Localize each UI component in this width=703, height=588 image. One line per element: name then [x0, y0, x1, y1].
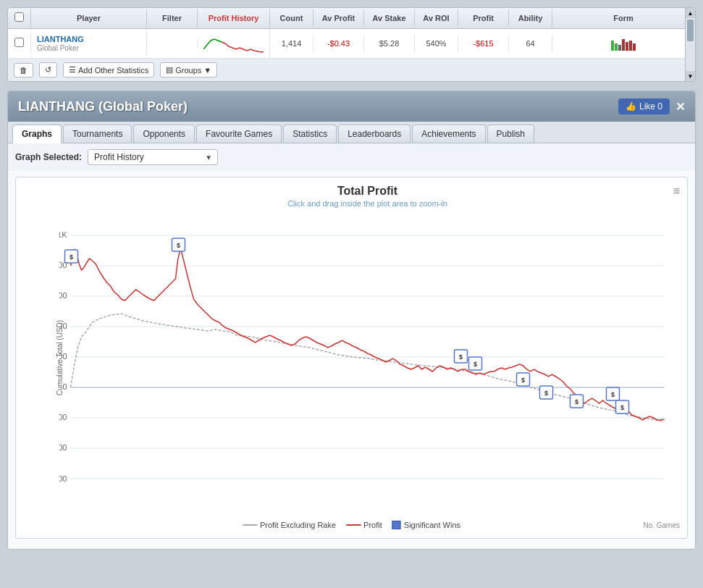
table-scrollbar[interactable]: ▲ ▼	[685, 8, 695, 81]
av-roi-cell: 540%	[415, 35, 458, 52]
sparkline	[203, 33, 264, 54]
header-av-roi[interactable]: Av ROI	[415, 9, 458, 27]
groups-arrow-icon: ▼	[203, 66, 211, 75]
scroll-thumb[interactable]	[687, 20, 694, 41]
y-tick-label: 1K	[59, 230, 67, 239]
dollar-marker-text: $	[177, 242, 180, 249]
tab-achievements-label: Achievements	[421, 129, 476, 139]
top-table: Player Filter Profit History Count Av Pr…	[7, 7, 696, 82]
header-count[interactable]: Count	[270, 9, 313, 27]
legend-significant-wins: Significant Wins	[392, 521, 460, 529]
header-av-profit[interactable]: Av Profit	[313, 9, 364, 27]
dollar-marker-text: $	[473, 361, 477, 368]
tab-leaderboards[interactable]: Leaderboards	[338, 125, 411, 143]
profit-cell: -$615	[458, 35, 509, 52]
chart-legend: Profit Excluding Rake Profit Significant…	[243, 521, 460, 529]
chart-menu-icon[interactable]: ≡	[673, 185, 680, 198]
panel-header: LIANTHANG (Global Poker) 👍 Like 0 ✕	[8, 91, 695, 122]
groups-button[interactable]: ▤ Groups ▼	[160, 62, 217, 77]
form-bars	[558, 36, 689, 51]
y-axis-label: Cumulative Total (USD)	[56, 320, 64, 395]
like-button[interactable]: 👍 Like 0	[618, 98, 670, 114]
toolbar: 🗑 ↺ ☰ Add Other Statistics ▤ Groups ▼	[8, 59, 695, 81]
panel-header-right: 👍 Like 0 ✕	[618, 98, 685, 114]
tab-favourite-games[interactable]: Favourite Games	[196, 125, 282, 143]
sparkline-svg	[203, 33, 264, 54]
tab-graphs[interactable]: Graphs	[12, 125, 62, 143]
legend-line-red	[346, 524, 361, 526]
chart-svg[interactable]: 1K 800 600 400 200 0 -200 -400 -600 0 25…	[59, 214, 675, 489]
tab-publish[interactable]: Publish	[487, 125, 534, 143]
header-player: Player	[31, 9, 147, 27]
header-ability[interactable]: Ability	[509, 9, 552, 27]
header-profit[interactable]: Profit	[458, 9, 509, 27]
scroll-up-arrow[interactable]: ▲	[686, 8, 695, 18]
form-bar	[626, 42, 628, 51]
tab-opponents[interactable]: Opponents	[133, 125, 195, 143]
dollar-marker-text: $	[459, 353, 463, 361]
y-tick-label: -400	[59, 443, 67, 452]
chart-box: Total Profit Click and drag inside the p…	[15, 177, 688, 539]
trash-icon: 🗑	[20, 66, 28, 75]
add-other-stats-label: Add Other Statistics	[78, 66, 148, 75]
tab-achievements[interactable]: Achievements	[412, 125, 485, 143]
add-other-stats-button[interactable]: ☰ Add Other Statistics	[63, 62, 154, 77]
graph-select[interactable]: Profit History ROI History Stake History	[88, 149, 218, 165]
y-tick-label: -600	[59, 474, 67, 483]
header-form[interactable]: Form	[552, 9, 695, 27]
filter-cell	[147, 39, 198, 48]
player-cell: LIANTHANG Global Poker	[31, 30, 147, 56]
scroll-down-arrow[interactable]: ▼	[686, 71, 695, 81]
dollar-marker-text: $	[575, 398, 578, 406]
x-axis-label: No. Games	[643, 521, 680, 529]
dollar-marker-text: $	[544, 390, 548, 397]
legend-profit: Profit	[346, 521, 382, 529]
y-tick-label: -200	[59, 413, 67, 421]
tab-statistics[interactable]: Statistics	[283, 125, 337, 143]
header-checkbox-cell	[8, 8, 31, 28]
row-checkbox[interactable]	[14, 38, 24, 47]
header-av-stake[interactable]: Av Stake	[364, 9, 415, 27]
tab-tournaments[interactable]: Tournaments	[63, 125, 132, 143]
tab-tournaments-label: Tournaments	[72, 129, 122, 139]
y-tick-label: 600	[59, 291, 67, 300]
panel-title: LIANTHANG (Global Poker)	[18, 99, 188, 114]
av-stake-cell: $5.28	[364, 35, 415, 52]
tab-publish-label: Publish	[497, 129, 525, 139]
delete-button[interactable]: 🗑	[14, 63, 33, 77]
groups-icon: ▤	[166, 65, 173, 75]
profit-history-cell	[198, 29, 270, 58]
dollar-marker-text: $	[620, 404, 624, 411]
form-bar	[618, 45, 621, 51]
row-checkbox-cell	[8, 33, 31, 54]
header-profit-history[interactable]: Profit History	[198, 9, 270, 27]
close-button[interactable]: ✕	[675, 100, 685, 114]
graph-selector-label: Graph Selected:	[15, 152, 82, 162]
form-bar	[633, 43, 636, 51]
player-name[interactable]: LIANTHANG	[37, 35, 140, 43]
av-profit-cell: -$0.43	[313, 35, 364, 52]
tabs-row: Graphs Tournaments Opponents Favourite G…	[8, 122, 695, 143]
dollar-marker-text: $	[611, 391, 615, 398]
legend-profit-label: Profit	[363, 521, 382, 529]
graph-selector-row: Graph Selected: Profit History ROI Histo…	[8, 143, 695, 171]
refresh-button[interactable]: ↺	[39, 62, 57, 77]
player-subname: Global Poker	[37, 44, 79, 52]
legend-significant-wins-label: Significant Wins	[404, 521, 460, 529]
tab-statistics-label: Statistics	[292, 129, 327, 139]
select-all-checkbox[interactable]	[14, 12, 24, 22]
tab-opponents-label: Opponents	[143, 129, 185, 139]
form-bar	[611, 41, 614, 51]
form-bar	[615, 43, 618, 51]
count-cell: 1,414	[270, 35, 313, 52]
player-panel: LIANTHANG (Global Poker) 👍 Like 0 ✕ Grap…	[7, 91, 696, 550]
groups-label: Groups	[175, 66, 201, 75]
dollar-marker-text: $	[70, 253, 73, 261]
graph-select-wrapper: Profit History ROI History Stake History…	[88, 149, 218, 165]
legend-line-gray	[243, 524, 257, 526]
thumbs-up-icon: 👍	[626, 101, 636, 112]
chart-container: Total Profit Click and drag inside the p…	[8, 171, 695, 549]
form-cell	[552, 32, 695, 55]
header-filter: Filter	[147, 9, 198, 27]
legend-profit-excluding-rake: Profit Excluding Rake	[243, 521, 336, 529]
